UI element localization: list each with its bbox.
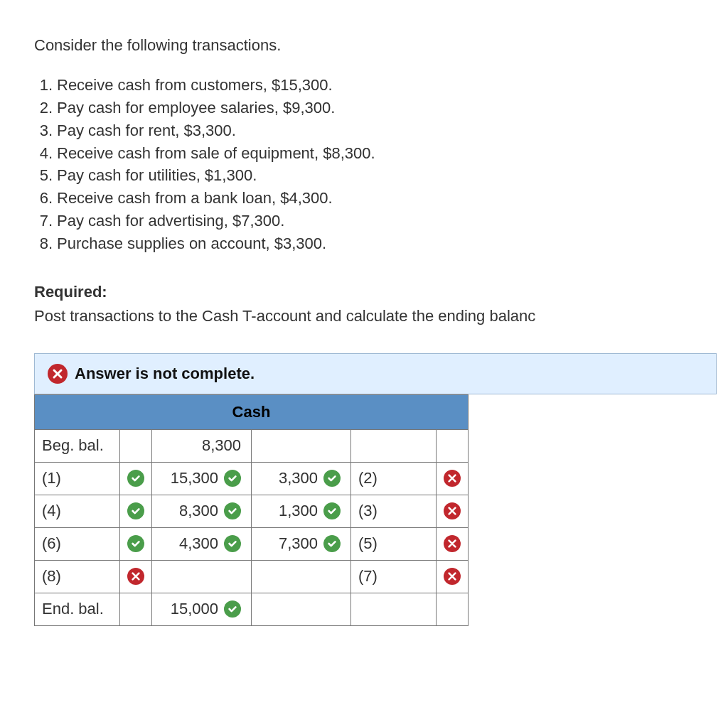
tx-number: 7. — [34, 210, 53, 232]
cash-t-account: Cash Beg. bal. 8,300 (1) 15,300 — [34, 394, 469, 626]
empty-cell — [120, 429, 152, 462]
grade-cell — [120, 527, 152, 560]
tx-number: 3. — [34, 119, 53, 142]
empty-cell — [120, 593, 152, 625]
grade-cell — [120, 462, 152, 495]
table-row: (8) (7) — [35, 560, 469, 593]
tx-text: Receive cash from customers, $15,300. — [57, 74, 333, 97]
debit-amount-input[interactable]: 8,300 — [152, 495, 252, 527]
tx-number: 4. — [34, 142, 53, 165]
tx-text: Pay cash for advertising, $7,300. — [57, 210, 284, 232]
transaction-item: 2. Pay cash for employee salaries, $9,30… — [34, 97, 728, 119]
table-row: Beg. bal. 8,300 — [35, 429, 469, 462]
amount-value: 15,000 — [168, 598, 218, 620]
transaction-item: 4. Receive cash from sale of equipment, … — [34, 142, 728, 165]
grade-cell — [120, 495, 152, 527]
empty-cell — [351, 593, 437, 625]
tx-text: Pay cash for employee salaries, $9,300. — [57, 97, 335, 119]
debit-amount-input[interactable]: 4,300 — [152, 527, 252, 560]
check-icon — [323, 502, 341, 519]
tx-text: Purchase supplies on account, $3,300. — [57, 232, 326, 255]
table-row: (6) 4,300 7,300 (5) — [35, 527, 469, 560]
table-row: (4) 8,300 1,300 (3) — [35, 495, 469, 527]
transaction-item: 6. Receive cash from a bank loan, $4,300… — [34, 187, 728, 210]
required-text: Post transactions to the Cash T-account … — [34, 305, 728, 328]
tx-number: 1. — [34, 74, 53, 97]
check-icon — [224, 502, 241, 519]
credit-amount-input[interactable]: 1,300 — [252, 495, 351, 527]
amount-value: 8,300 — [168, 500, 218, 522]
amount-value: 15,300 — [168, 467, 218, 490]
tx-text: Receive cash from a bank loan, $4,300. — [57, 187, 333, 210]
check-icon — [224, 600, 241, 618]
check-icon — [323, 470, 341, 487]
beg-bal-label: Beg. bal. — [35, 429, 120, 462]
answer-incomplete-banner: Answer is not complete. — [34, 353, 717, 394]
transaction-item: 5. Pay cash for utilities, $1,300. — [34, 164, 728, 187]
alert-message: Answer is not complete. — [75, 362, 255, 385]
tx-number: 2. — [34, 97, 53, 119]
required-label: Required: — [34, 281, 728, 303]
credit-ref-input[interactable]: (2) — [351, 462, 437, 495]
credit-amount-input[interactable] — [252, 560, 351, 593]
wrong-icon — [48, 364, 68, 384]
check-icon — [127, 535, 144, 552]
tx-text: Pay cash for rent, $3,300. — [57, 119, 236, 142]
credit-ref-input[interactable]: (7) — [351, 560, 437, 593]
transaction-list: 1. Receive cash from customers, $15,300.… — [34, 74, 728, 255]
check-icon — [127, 470, 144, 487]
amount-value: 7,300 — [268, 532, 318, 555]
wrong-icon — [444, 470, 461, 487]
intro-text: Consider the following transactions. — [34, 34, 728, 57]
debit-ref-input[interactable]: (4) — [35, 495, 120, 527]
wrong-icon — [127, 568, 144, 585]
wrong-icon — [444, 535, 461, 552]
credit-ref-input[interactable]: (3) — [351, 495, 437, 527]
table-row: (1) 15,300 3,300 (2) — [35, 462, 469, 495]
wrong-icon — [444, 568, 461, 585]
grade-cell — [437, 495, 469, 527]
grade-cell — [437, 560, 469, 593]
amount-value: 4,300 — [168, 532, 218, 555]
transaction-item: 8. Purchase supplies on account, $3,300. — [34, 232, 728, 255]
empty-cell — [351, 429, 437, 462]
end-bal-label: End. bal. — [35, 593, 120, 625]
tx-number: 5. — [34, 164, 53, 187]
debit-ref-input[interactable]: (1) — [35, 462, 120, 495]
grade-cell — [437, 527, 469, 560]
wrong-icon — [444, 502, 461, 519]
end-bal-amount-input[interactable]: 15,000 — [152, 593, 252, 625]
transaction-item: 1. Receive cash from customers, $15,300. — [34, 74, 728, 97]
credit-amount-input[interactable]: 7,300 — [252, 527, 351, 560]
account-title: Cash — [35, 394, 469, 429]
empty-cell — [252, 429, 351, 462]
tx-number: 8. — [34, 232, 53, 255]
check-icon — [224, 535, 241, 552]
beg-bal-amount: 8,300 — [152, 429, 252, 462]
credit-ref-input[interactable]: (5) — [351, 527, 437, 560]
table-row: End. bal. 15,000 — [35, 593, 469, 625]
grade-cell — [120, 560, 152, 593]
amount-value: 1,300 — [268, 500, 318, 522]
debit-ref-input[interactable]: (8) — [35, 560, 120, 593]
amount-value: 3,300 — [268, 467, 318, 490]
transaction-item: 7. Pay cash for advertising, $7,300. — [34, 210, 728, 232]
debit-ref-input[interactable]: (6) — [35, 527, 120, 560]
empty-cell — [252, 593, 351, 625]
check-icon — [323, 535, 341, 552]
check-icon — [127, 502, 144, 519]
grade-cell — [437, 462, 469, 495]
transaction-item: 3. Pay cash for rent, $3,300. — [34, 119, 728, 142]
check-icon — [224, 470, 241, 487]
empty-cell — [437, 429, 469, 462]
tx-text: Pay cash for utilities, $1,300. — [57, 164, 257, 187]
credit-amount-input[interactable]: 3,300 — [252, 462, 351, 495]
debit-amount-input[interactable]: 15,300 — [152, 462, 252, 495]
amount-value: 8,300 — [191, 434, 241, 457]
debit-amount-input[interactable] — [152, 560, 252, 593]
tx-number: 6. — [34, 187, 53, 210]
tx-text: Receive cash from sale of equipment, $8,… — [57, 142, 375, 165]
empty-cell — [437, 593, 469, 625]
